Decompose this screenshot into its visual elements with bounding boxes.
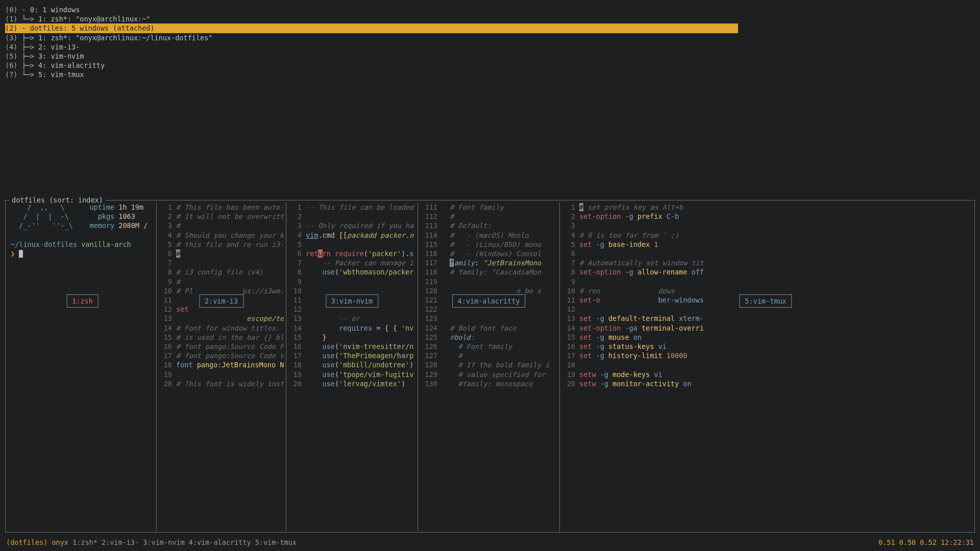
code-line: 9# bbox=[159, 277, 284, 286]
code-line: 2 bbox=[288, 212, 415, 221]
tree-row[interactable]: (0) - 0: 1 windows bbox=[5, 5, 738, 14]
code-line: 8# i3 config file (v4) bbox=[159, 267, 284, 277]
code-line: 17 use('ThePrimeagen/harp bbox=[288, 351, 415, 360]
terminal-cursor bbox=[19, 250, 23, 258]
code-line: 124 # Bold font face bbox=[420, 323, 557, 333]
tmux-preview-panel: dotfiles (sort: index) / ,, \ uptime 1h … bbox=[5, 200, 743, 416]
code-line: 17# font pango:Source Code V bbox=[159, 351, 284, 360]
code-line: 112 # bbox=[420, 212, 557, 221]
code-line: 5 bbox=[288, 240, 415, 249]
code-line: 4vim.cmd [[packadd packer.n bbox=[288, 231, 415, 240]
code-line: 114 # - (macOS) Menlo bbox=[420, 231, 557, 240]
code-line: 7 bbox=[159, 258, 284, 267]
code-line: 128 # If the bold family i bbox=[420, 360, 557, 369]
code-line: 16set -g status-keys vi bbox=[562, 342, 743, 351]
pane-vim-i3[interactable]: 1# This file has been auto-2# It will no… bbox=[157, 203, 286, 416]
code-line: 113 # Default: bbox=[420, 221, 557, 230]
code-line: 7# Automatically set window tit bbox=[562, 258, 743, 267]
code-line: 13set -g default-terminal xterm- bbox=[562, 314, 743, 323]
code-line: 129 # value specified for bbox=[420, 370, 557, 379]
pane-vim-tmux[interactable]: 1# set prefix key as Alt+b2set-option -g… bbox=[560, 203, 743, 416]
code-line: 19 use('tpope/vim-fugitiv bbox=[288, 370, 415, 379]
code-line: 9 bbox=[288, 277, 415, 286]
code-line: 1-- This file can be loaded bbox=[288, 203, 415, 212]
code-line: 125 #bold: bbox=[420, 333, 557, 342]
code-line: 15set -g mouse on bbox=[562, 333, 743, 342]
code-line: 19setw -g mode-keys vi bbox=[562, 370, 743, 379]
pane-vim-nvim[interactable]: 1-- This file can be loaded23-- Only req… bbox=[286, 203, 418, 416]
tree-row[interactable]: (6) ├─> 4: vim-alacritty bbox=[5, 61, 738, 70]
code-line: 5# this file and re-run i3- bbox=[159, 240, 284, 249]
code-line: 111 # Font family bbox=[420, 203, 557, 212]
code-line: 15 } bbox=[288, 333, 415, 342]
code-line: 18 use('mbbill/undotree') bbox=[288, 360, 415, 369]
tree-row[interactable]: (7) └─> 5: vim-tmux bbox=[5, 70, 738, 79]
code-line: 123 bbox=[420, 314, 557, 323]
pane-vim-alacritty[interactable]: 111 # Font family112 #113 # Default:114 … bbox=[418, 203, 560, 416]
code-line: 6# bbox=[159, 249, 284, 258]
pane-label-tmux: 5:vim-tmux bbox=[739, 294, 743, 308]
code-line: 9 bbox=[562, 277, 743, 286]
code-line: 10# ren dows bbox=[562, 286, 743, 295]
code-line: 130 #family: monospace bbox=[420, 379, 557, 388]
code-line: 14 requires = { { 'nv bbox=[288, 323, 415, 333]
code-line: 15# is used in the bar {} bl bbox=[159, 333, 284, 342]
code-line: 14set-option -ga terminal-overri bbox=[562, 323, 743, 333]
code-line: 119 bbox=[420, 277, 557, 286]
tmux-session-tree[interactable]: (0) - 0: 1 windows(1) └─> 1: zsh*: "onyx… bbox=[0, 0, 743, 80]
code-line: 16 use('nvim-treesitter/n bbox=[288, 342, 415, 351]
pane-label-zsh: 1:zsh bbox=[66, 294, 99, 308]
pane-label-nvim: 3:vim-nvim bbox=[326, 294, 378, 308]
code-line: 126 # Font family bbox=[420, 342, 557, 351]
code-line: 3# bbox=[159, 221, 284, 230]
tree-row[interactable]: (4) ├─> 2: vim-i3- bbox=[5, 42, 738, 52]
code-line: 1# set prefix key as Alt+b bbox=[562, 203, 743, 212]
code-line: 12 bbox=[562, 305, 743, 314]
code-line: 4# 0 is too far from ` ;) bbox=[562, 231, 743, 240]
code-line: 2# It will not be overwritt bbox=[159, 212, 284, 221]
pane-zsh[interactable]: / ,, \ uptime 1h 19m / | | -\ pkgs 1063 … bbox=[9, 203, 157, 416]
code-line: 16# font pango:Source Code P bbox=[159, 342, 284, 351]
code-line: 4# Should you change your k W bbox=[159, 231, 284, 240]
code-line: 17set -g history-limit 10000 bbox=[562, 351, 743, 360]
code-line: 3-- Only required if you ha bbox=[288, 221, 415, 230]
code-line: 20# This font is widely inst bbox=[159, 379, 284, 388]
code-line: 13 -- or bbox=[288, 314, 415, 323]
pane-label-i3: 2:vim-i3 bbox=[199, 294, 243, 308]
code-line: 1# This file has been auto- bbox=[159, 203, 284, 212]
code-line: 8 use('wbthomason/packer bbox=[288, 267, 415, 277]
code-line: 11set-o ber-windows bbox=[562, 295, 743, 305]
tree-row[interactable]: (2) - dotfiles: 5 windows (attached) bbox=[5, 23, 738, 33]
code-line: 7 -- Packer can manage i bbox=[288, 258, 415, 267]
code-line: 6 bbox=[562, 249, 743, 258]
code-line: 14# Font for window titles. bbox=[159, 323, 284, 333]
code-line: 116 # - (Windows) Consol bbox=[420, 249, 557, 258]
code-line: 3 bbox=[562, 221, 743, 230]
code-line: 19 bbox=[159, 370, 284, 379]
code-line: 8set-option -g allow-rename off bbox=[562, 267, 743, 277]
code-line: 6return require('packer').s bbox=[288, 249, 415, 258]
code-line: 18font pango:JetBrainsMono N bbox=[159, 360, 284, 369]
pane-label-alacritty: 4:vim-alacritty bbox=[452, 294, 526, 308]
tree-row[interactable]: (1) └─> 1: zsh*: "onyx@archlinux:~" bbox=[5, 14, 738, 23]
code-line: 2set-option -g prefix C-b bbox=[562, 212, 743, 221]
code-line: 127 # bbox=[420, 351, 557, 360]
code-line: 18 bbox=[562, 360, 743, 369]
code-line: 5set -g base-index 1 bbox=[562, 240, 743, 249]
code-line: 118 # family: "CascadiaMon bbox=[420, 267, 557, 277]
code-line: 20setw -g monitor-activity on bbox=[562, 379, 743, 388]
code-line: 115 # - (Linux/BSD) mono bbox=[420, 240, 557, 249]
tree-row[interactable]: (5) ├─> 3: vim-nvim bbox=[5, 52, 738, 61]
code-line: 117 family: "JetBrainsMono bbox=[420, 258, 557, 267]
code-line: 20 use('lervag/vimtex') bbox=[288, 379, 415, 388]
code-line: 13 escope/te bbox=[159, 314, 284, 323]
tree-row[interactable]: (3) ├─> 1: zsh*: "onyx@archlinux:~/linux… bbox=[5, 33, 738, 42]
